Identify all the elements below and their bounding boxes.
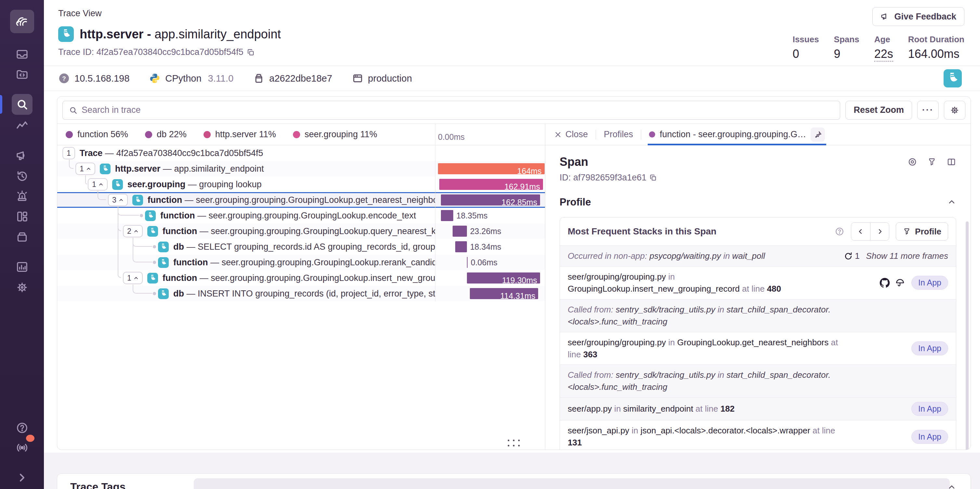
copy-icon[interactable]: [247, 48, 255, 57]
sidebar-item-issues[interactable]: [12, 44, 32, 65]
duration-bar[interactable]: 162.91ms: [439, 179, 543, 190]
tab-profiles[interactable]: Profiles: [604, 129, 633, 140]
next-stack-button[interactable]: [870, 223, 889, 240]
span-count-chip[interactable]: 1: [123, 272, 143, 284]
sidebar-item-whats-new[interactable]: [12, 437, 32, 458]
duration-label: 18.34ms: [470, 241, 501, 252]
duration-bar[interactable]: 162.85ms: [441, 194, 540, 205]
chevron-up-icon: [134, 229, 138, 234]
in-app-badge: In App: [912, 402, 948, 416]
profile-funnel-icon[interactable]: [927, 157, 937, 167]
chevron-up-icon[interactable]: [947, 483, 956, 489]
duration-bar[interactable]: 119.30ms: [467, 272, 540, 284]
duration-label: 162.91ms: [504, 181, 540, 192]
trace-tree-row[interactable]: 3function — seer.grouping.grouping.Group…: [57, 192, 545, 208]
sidebar-collapse-button[interactable]: [12, 467, 32, 488]
sentry-logo[interactable]: [10, 10, 34, 33]
scrollbar-thumb[interactable]: [966, 221, 969, 450]
trace-settings-button[interactable]: [944, 101, 966, 119]
stack-frame-row[interactable]: Called from: sentry_sdk/tracing_utils.py…: [560, 299, 956, 332]
prev-stack-button[interactable]: [851, 223, 870, 240]
panel-resize-handle[interactable]: [508, 440, 520, 447]
duration-bar[interactable]: [453, 226, 467, 237]
stat-label: Root Duration: [908, 35, 964, 45]
sidebar-item-settings[interactable]: [12, 277, 32, 298]
span-count-chip[interactable]: 1: [88, 178, 108, 191]
github-icon[interactable]: [880, 278, 890, 288]
pin-tab-button[interactable]: [811, 127, 825, 142]
span-count-chip[interactable]: 2: [123, 225, 143, 237]
stack-frame-row[interactable]: Occurred in non-app: psycopg/waiting.py …: [560, 245, 956, 266]
duration-bar[interactable]: [467, 257, 468, 268]
stack-frame-row[interactable]: Called from: sentry_sdk/tracing_utils.py…: [560, 365, 956, 397]
duration-bar[interactable]: [455, 241, 467, 252]
span-count-chip[interactable]: 1: [75, 162, 95, 175]
trace-tree-row[interactable]: 1Trace — 4f2a57ea703840cc9c1bca7d05bf54f…: [57, 145, 545, 161]
notification-dot: [26, 435, 35, 442]
gear-icon: [950, 105, 959, 115]
stat-value[interactable]: 22s: [874, 47, 893, 62]
focus-span-icon[interactable]: [907, 157, 917, 167]
trace-tree-row[interactable]: 1seer.grouping — grouping lookup162.91ms: [57, 177, 545, 192]
stack-frame-row[interactable]: seer/app.py in similarity_endpoint at li…: [560, 397, 956, 420]
search-input[interactable]: [82, 105, 834, 115]
sidebar-item-feedback[interactable]: [12, 145, 32, 166]
stack-frame-row[interactable]: seer/grouping/grouping.py in GroupingLoo…: [560, 332, 956, 365]
stat-label: Spans: [834, 35, 859, 45]
span-count-chip[interactable]: 3: [108, 194, 128, 206]
sidebar-item-explore[interactable]: [12, 64, 32, 85]
sidebar-item-releases[interactable]: [12, 226, 32, 247]
span-row-label: function — seer.grouping.grouping.Groupi…: [160, 211, 416, 221]
trace-waterfall: function 56%db 22%http.server 11%seer.gr…: [57, 124, 545, 450]
span-row-label-cell: 2function — seer.grouping.grouping.Group…: [57, 223, 435, 239]
meta-ip[interactable]: ? 10.5.168.198: [58, 73, 129, 84]
chevron-up-icon[interactable]: [947, 198, 956, 207]
trace-tree-row[interactable]: db — INSERT INTO grouping_records (id, p…: [57, 286, 545, 301]
span-row-label-cell: function — seer.grouping.grouping.Groupi…: [57, 208, 435, 223]
sidebar-item-search[interactable]: [12, 94, 32, 115]
duration-bar[interactable]: [441, 210, 453, 221]
stack-frame-row[interactable]: seer/json_api.py in json_api.<locals>.de…: [560, 420, 956, 450]
most-frequent-stacks-card: Most Frequent Stacks in this Span Profil…: [560, 217, 956, 450]
profile-flamegraph-icon[interactable]: [895, 278, 905, 288]
legend-item-seer-grouping: seer.grouping 11%: [293, 129, 377, 140]
span-duration-cell: 119.30ms: [435, 270, 545, 286]
main-content: Trace View http.server - app.similarity_…: [44, 0, 980, 489]
sidebar-item-stats[interactable]: [12, 256, 32, 277]
trace-title: http.server - app.similarity_endpoint: [80, 27, 281, 41]
tab-span-function[interactable]: function - seer.grouping.grouping.G…: [649, 124, 825, 145]
close-tab-button[interactable]: Close: [554, 129, 588, 140]
span-count-chip[interactable]: 1: [62, 147, 75, 159]
meta-release[interactable]: a2622dbe18e7: [253, 73, 332, 84]
trace-tree-row[interactable]: 1http.server — app.similarity_endpoint16…: [57, 161, 545, 177]
in-app-badge: In App: [912, 341, 948, 355]
meta-runtime[interactable]: CPython 3.11.0: [149, 73, 234, 84]
trace-tree-row[interactable]: db — SELECT grouping_records.id AS group…: [57, 239, 545, 255]
sidebar-item-insights[interactable]: [12, 115, 32, 136]
more-options-button[interactable]: ···: [917, 101, 939, 119]
help-icon[interactable]: [835, 227, 845, 236]
stack-frame-row[interactable]: seer/grouping/grouping.py in GroupingLoo…: [560, 266, 956, 299]
sidebar-item-alerts[interactable]: [12, 186, 32, 207]
trace-tree-row[interactable]: function — seer.grouping.grouping.Groupi…: [57, 208, 545, 223]
show-more-frames-link[interactable]: Show 11 more frames: [866, 251, 948, 261]
copy-icon[interactable]: [649, 174, 657, 182]
trace-tree-row[interactable]: 1function — seer.grouping.grouping.Group…: [57, 270, 545, 286]
trace-tree-row[interactable]: function — seer.grouping.grouping.Groupi…: [57, 255, 545, 270]
legend-dot: [145, 131, 152, 138]
trace-stats: Issues0Spans9Age22sRoot Duration164.00ms: [793, 35, 964, 62]
give-feedback-button[interactable]: Give Feedback: [872, 7, 964, 26]
reset-zoom-button[interactable]: Reset Zoom: [845, 101, 912, 119]
split-view-icon[interactable]: [947, 157, 956, 167]
chevron-up-icon: [99, 182, 103, 187]
duration-bar[interactable]: 114.31ms: [470, 288, 538, 299]
sidebar-item-replays[interactable]: [12, 166, 32, 186]
sidebar-item-dashboards[interactable]: [12, 206, 32, 227]
http-server-op-icon: [58, 26, 74, 42]
trace-tree-row[interactable]: 2function — seer.grouping.grouping.Group…: [57, 223, 545, 239]
duration-bar[interactable]: 164ms: [438, 163, 545, 174]
stat-spans: Spans9: [834, 35, 859, 62]
meta-environment[interactable]: production: [352, 73, 412, 84]
open-profile-button[interactable]: Profile: [896, 222, 948, 241]
stack-frame-text: seer/json_api.py in json_api.<locals>.de…: [568, 425, 847, 449]
